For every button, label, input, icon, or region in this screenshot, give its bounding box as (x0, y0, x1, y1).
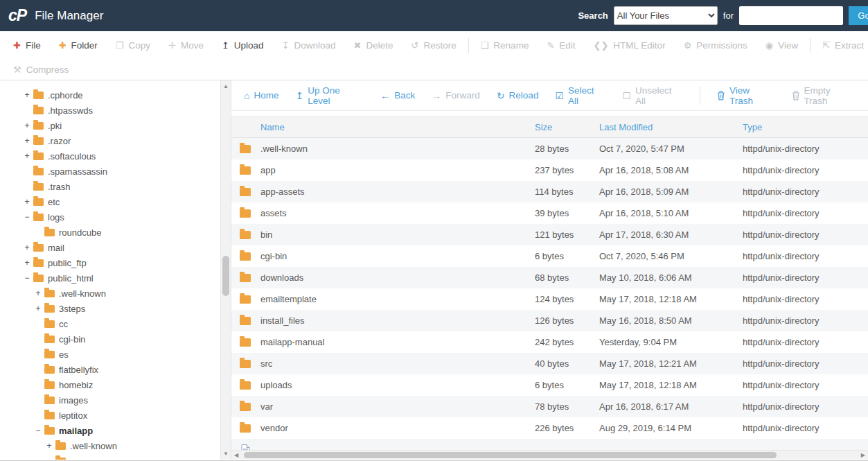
horizontal-scrollbar-thumb[interactable] (244, 452, 777, 458)
file-name[interactable]: app (260, 165, 276, 175)
expand-icon[interactable]: + (22, 197, 32, 207)
toolbar-button-move[interactable]: ✛ Move (159, 40, 213, 51)
tree-item-pki[interactable]: + .pki (0, 118, 220, 133)
column-header-last-modified[interactable]: Last Modified (599, 122, 743, 132)
nav-button-reload[interactable]: ↻ Reload (497, 90, 539, 101)
tree-item-trash[interactable]: .trash (0, 179, 220, 194)
horizontal-scrollbar-track[interactable] (241, 451, 858, 460)
nav-button-back[interactable]: ← Back (380, 90, 415, 101)
toolbar-button-copy[interactable]: ❐ Copy (107, 40, 159, 51)
file-row-vendor[interactable]: vendor 226 bytes Aug 29, 2019, 6:14 PM h… (231, 417, 868, 439)
file-row-well-known[interactable]: .well-known 28 bytes Oct 7, 2020, 5:47 P… (231, 138, 868, 159)
nav-button-select-all[interactable]: ☑ Select All (555, 85, 605, 106)
expand-icon[interactable]: + (22, 243, 32, 252)
file-row-assets[interactable]: assets 39 bytes Apr 16, 2018, 5:10 AM ht… (231, 202, 868, 224)
tree-item-well-known[interactable]: + .well-known (0, 286, 220, 301)
tree-item-cgi-bin[interactable]: cgi-bin (0, 331, 220, 347)
file-row-downloads[interactable]: downloads 68 bytes May 10, 2018, 6:06 AM… (231, 267, 868, 288)
scroll-down-icon[interactable]: ▼ (223, 448, 229, 460)
search-input[interactable] (739, 6, 843, 25)
expand-icon[interactable]: + (22, 121, 32, 130)
tree-item-mailapp[interactable]: − mailapp (0, 423, 220, 438)
toolbar-button-view[interactable]: ◉ View (756, 40, 807, 51)
expand-icon[interactable]: + (33, 304, 43, 313)
file-row-var[interactable]: var 78 bytes Apr 16, 2018, 6:17 AM httpd… (231, 396, 868, 417)
column-header-size[interactable]: Size (535, 122, 599, 132)
file-name[interactable]: bin (260, 229, 272, 240)
expand-icon[interactable]: + (22, 90, 32, 100)
file-name[interactable]: install_files (260, 315, 305, 326)
column-header-name[interactable]: Name (259, 122, 535, 132)
file-name[interactable]: cgi-bin (260, 251, 287, 261)
toolbar-button-extract[interactable]: ⇱ Extract (813, 40, 868, 51)
search-scope-select[interactable]: All Your Files (614, 6, 718, 25)
toolbar-button-compress[interactable]: ⚒ Compress (4, 64, 78, 75)
tree-item-cc[interactable]: cc (0, 316, 220, 331)
file-name[interactable]: mailapp-manual (260, 337, 325, 347)
nav-button-empty-trash[interactable]: Empty Trash (792, 85, 856, 106)
column-header-type[interactable]: Type (743, 122, 868, 132)
file-row-app[interactable]: app 237 bytes Apr 16, 2018, 5:08 AM http… (231, 159, 868, 181)
file-row-app-assets[interactable]: app-assets 114 bytes Apr 16, 2018, 5:09 … (231, 181, 868, 202)
nav-button-home[interactable]: ⌂ Home (244, 90, 278, 101)
tree-item-razor[interactable]: + .razor (0, 133, 220, 148)
tree-item-htpasswds[interactable]: .htpasswds (0, 103, 220, 118)
nav-button-forward[interactable]: → Forward (432, 90, 480, 101)
collapse-icon[interactable]: − (33, 426, 43, 435)
tree-item-partial[interactable] (0, 453, 220, 460)
tree-item-etc[interactable]: + etc (0, 194, 220, 209)
tree-item-spamassassin[interactable]: .spamassassin (0, 164, 220, 179)
collapse-icon[interactable]: − (22, 273, 32, 283)
file-row-bin[interactable]: bin 121 bytes Apr 17, 2018, 6:30 AM http… (231, 224, 868, 245)
horizontal-scrollbar[interactable]: ◀ ▶ (231, 450, 868, 460)
tree-item-3steps[interactable]: + 3steps (0, 301, 220, 316)
file-row-mailapp-manual[interactable]: mailapp-manual 242 bytes Yesterday, 9:04… (231, 331, 868, 353)
toolbar-button-permissions[interactable]: ⚙ Permissions (675, 40, 756, 51)
nav-button-unselect-all[interactable]: ☐ Unselect All (622, 85, 683, 106)
tree-item-leptitox[interactable]: leptitox (0, 408, 220, 423)
file-name[interactable]: var (260, 401, 273, 412)
tree-item-softaculous[interactable]: + .softaculous (0, 148, 220, 164)
toolbar-button-file[interactable]: ✚ File (4, 40, 50, 51)
scroll-left-icon[interactable]: ◀ (231, 452, 241, 458)
file-name[interactable]: assets (260, 208, 287, 218)
tree-item-public-html[interactable]: − public_html (0, 270, 220, 286)
tree-item-public-ftp[interactable]: + public_ftp (0, 255, 220, 270)
expand-icon[interactable]: + (22, 151, 32, 161)
toolbar-button-folder[interactable]: ✚ Folder (50, 40, 107, 51)
tree-item-logs[interactable]: − logs (0, 209, 220, 225)
file-name[interactable]: downloads (260, 272, 303, 283)
toolbar-button-restore[interactable]: ↺ Restore (402, 40, 466, 51)
tree-item-cphorde[interactable]: + .cphorde (0, 87, 220, 103)
tree-item-well-known[interactable]: + .well-known (0, 438, 220, 453)
tree-scrollbar-thumb[interactable] (222, 256, 229, 296)
nav-button-view-trash[interactable]: View Trash (717, 85, 774, 106)
toolbar-button-upload[interactable]: ↥ Upload (213, 40, 273, 51)
file-row-cgi-bin[interactable]: cgi-bin 6 bytes Oct 7, 2020, 5:46 PM htt… (231, 245, 868, 267)
tree-item-es[interactable]: es (0, 347, 220, 362)
tree-scrollbar[interactable]: ▲ ▼ (220, 80, 231, 460)
scroll-right-icon[interactable]: ▶ (858, 452, 868, 458)
toolbar-button-edit[interactable]: ✎ Edit (538, 40, 584, 51)
tree-item-images[interactable]: images (0, 392, 220, 408)
file-row-src[interactable]: src 40 bytes May 17, 2018, 12:21 AM http… (231, 353, 868, 374)
file-name[interactable]: emailtemplate (260, 294, 317, 304)
tree-item-mail[interactable]: + mail (0, 240, 220, 255)
file-row-install-files[interactable]: install_files 126 bytes May 16, 2018, 8:… (231, 310, 868, 331)
expand-icon[interactable]: + (22, 258, 32, 268)
expand-icon[interactable]: + (44, 441, 54, 451)
toolbar-button-delete[interactable]: ✖ Delete (345, 40, 402, 51)
tree-item-flatbellyfix[interactable]: flatbellyfix (0, 362, 220, 377)
file-row-emailtemplate[interactable]: emailtemplate 124 bytes May 17, 2018, 12… (231, 288, 868, 310)
file-name[interactable]: vendor (260, 423, 288, 433)
file-name[interactable]: uploads (260, 380, 292, 390)
scroll-up-icon[interactable]: ▲ (223, 80, 229, 92)
file-name[interactable]: app-assets (260, 186, 305, 197)
collapse-icon[interactable]: − (22, 212, 32, 222)
file-row-uploads[interactable]: uploads 6 bytes May 17, 2018, 12:18 AM h… (231, 374, 868, 396)
nav-button-up-one-level[interactable]: ↥ Up One Level (295, 85, 364, 106)
toolbar-button-html-editor[interactable]: ❮❯ HTML Editor (585, 40, 675, 51)
expand-icon[interactable]: + (22, 136, 32, 146)
tree-item-roundcube[interactable]: roundcube (0, 225, 220, 240)
toolbar-button-download[interactable]: ↧ Download (273, 40, 345, 51)
